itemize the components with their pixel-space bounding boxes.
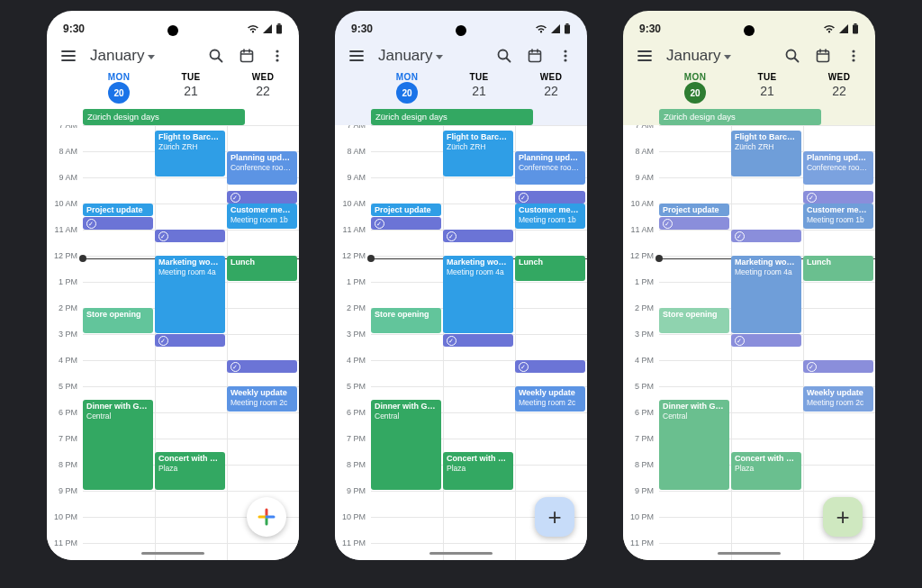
home-indicator xyxy=(429,552,493,555)
event-subtitle: Meeting room 2c xyxy=(807,398,870,408)
event-chip[interactable]: Dinner with GloriaCentral xyxy=(659,400,729,491)
event-chip[interactable]: Weekly updateMeeting room 2c xyxy=(227,386,297,412)
search-icon[interactable] xyxy=(207,47,225,65)
event-chip[interactable]: Flight to BarcelonaZürich ZRH xyxy=(155,131,225,176)
task-chip[interactable]: Finalize presentation xyxy=(659,217,729,230)
event-chip[interactable]: Marketing workshopMeeting room 4a xyxy=(731,256,801,333)
day-header[interactable]: Tue21 xyxy=(731,72,803,104)
event-chip[interactable]: Lunch xyxy=(227,256,297,281)
event-title: Project update xyxy=(86,205,149,215)
task-chip[interactable]: Finalize presentation xyxy=(371,217,441,230)
event-chip[interactable]: Customer meetingMeeting room 1b xyxy=(227,204,297,229)
day-header[interactable]: Mon20 xyxy=(371,72,443,104)
task-check-icon xyxy=(447,231,456,241)
more-icon[interactable] xyxy=(556,47,574,65)
month-picker[interactable]: January xyxy=(378,47,483,65)
day-header[interactable]: Wed22 xyxy=(227,72,299,104)
event-chip[interactable]: Concert with HelenaPlaza xyxy=(155,452,225,491)
create-event-button[interactable]: + xyxy=(535,497,574,537)
event-chip[interactable]: Concert with HelenaPlaza xyxy=(443,452,513,491)
event-chip[interactable]: Flight to BarcelonaZürich ZRH xyxy=(443,131,513,176)
task-chip[interactable]: Summarize findings xyxy=(227,191,297,204)
task-chip[interactable]: Prepare workshop xyxy=(731,230,801,242)
day-header[interactable]: Mon20 xyxy=(83,72,155,104)
today-icon[interactable] xyxy=(238,47,256,65)
event-chip[interactable]: Planning updateConference room 2c xyxy=(515,151,585,185)
menu-icon[interactable] xyxy=(636,47,654,65)
calendar-grid[interactable]: 7 AM8 AM9 AM10 AM11 AM12 PM1 PM2 PM3 PM4… xyxy=(335,125,587,560)
more-icon[interactable] xyxy=(845,47,863,65)
hour-label: 10 AM xyxy=(342,199,366,208)
task-chip[interactable]: Prepare workshop xyxy=(155,230,225,242)
event-chip[interactable]: Lunch xyxy=(515,256,585,281)
event-chip[interactable]: Dinner with GloriaCentral xyxy=(371,400,441,491)
task-chip[interactable]: Prepare workshop xyxy=(443,230,513,242)
search-icon[interactable] xyxy=(783,47,801,65)
create-event-button[interactable]: + xyxy=(823,497,863,537)
day-header[interactable]: Wed22 xyxy=(803,72,875,104)
event-chip[interactable]: Customer meetingMeeting room 1b xyxy=(515,204,585,229)
day-header[interactable]: Tue21 xyxy=(443,72,515,104)
task-chip[interactable]: Prepare designs xyxy=(803,360,873,373)
task-chip[interactable]: Update slide deck xyxy=(155,334,225,347)
day-header[interactable]: Mon20 xyxy=(659,72,731,104)
event-title: Dinner with Gloria xyxy=(375,402,438,412)
event-chip[interactable]: Lunch xyxy=(803,256,873,281)
menu-icon[interactable] xyxy=(59,47,77,65)
day-header[interactable]: Wed22 xyxy=(515,72,587,104)
today-icon[interactable] xyxy=(526,47,544,65)
event-chip[interactable]: Marketing workshopMeeting room 4a xyxy=(443,256,513,333)
hour-label: 5 PM xyxy=(59,382,77,391)
hour-label: 2 PM xyxy=(347,303,366,312)
event-title: Flight to Barcelona xyxy=(447,132,510,142)
event-chip[interactable]: Store opening xyxy=(371,308,441,333)
hour-label: 11 PM xyxy=(630,538,654,547)
task-chip[interactable]: Summarize findings xyxy=(803,191,873,204)
today-icon[interactable] xyxy=(814,47,832,65)
month-picker[interactable]: January xyxy=(666,47,771,65)
event-chip[interactable]: Customer meetingMeeting room 1b xyxy=(803,204,873,229)
month-picker[interactable]: January xyxy=(90,47,194,65)
hour-label: 7 AM xyxy=(347,125,366,130)
event-title: Prepare designs xyxy=(807,372,870,373)
event-subtitle: Zürich ZRH xyxy=(447,142,510,152)
task-chip[interactable]: Prepare designs xyxy=(515,360,585,373)
chevron-down-icon xyxy=(724,55,731,59)
task-check-icon xyxy=(807,362,817,372)
event-chip[interactable]: Store opening xyxy=(83,308,153,333)
day-number: 21 xyxy=(155,84,227,98)
event-chip[interactable]: Weekly updateMeeting room 2c xyxy=(515,386,585,412)
task-chip[interactable]: Finalize presentation xyxy=(83,217,153,230)
task-chip[interactable]: Summarize findings xyxy=(515,191,585,204)
event-chip[interactable]: Project update xyxy=(659,204,729,216)
event-chip[interactable]: Planning updateConference room 2c xyxy=(227,151,297,185)
event-chip[interactable]: Project update xyxy=(83,204,153,216)
hour-label: 7 AM xyxy=(59,125,77,130)
event-chip[interactable]: Project update xyxy=(371,204,441,216)
hour-label: 9 PM xyxy=(347,486,366,495)
hour-label: 2 PM xyxy=(59,303,77,312)
day-header[interactable]: Tue21 xyxy=(155,72,227,104)
task-chip[interactable]: Update slide deck xyxy=(443,334,513,347)
event-chip[interactable]: Weekly updateMeeting room 2c xyxy=(803,386,873,412)
task-check-icon xyxy=(447,336,456,346)
hour-label: 1 PM xyxy=(635,277,654,286)
task-chip[interactable]: Prepare designs xyxy=(227,360,297,373)
calendar-grid[interactable]: 7 AM8 AM9 AM10 AM11 AM12 PM1 PM2 PM3 PM4… xyxy=(47,125,299,560)
event-chip[interactable]: Concert with HelenaPlaza xyxy=(731,452,801,491)
task-check-icon xyxy=(735,336,745,346)
event-subtitle: Conference room 2c xyxy=(230,163,294,173)
task-check-icon xyxy=(158,231,168,241)
task-chip[interactable]: Update slide deck xyxy=(731,334,801,347)
event-chip[interactable]: Store opening xyxy=(659,308,729,333)
event-chip[interactable]: Dinner with GloriaCentral xyxy=(83,400,153,491)
menu-icon[interactable] xyxy=(348,47,366,65)
event-chip[interactable]: Planning updateConference room 2c xyxy=(803,151,873,185)
event-title: Prepare designs xyxy=(519,372,582,373)
event-chip[interactable]: Flight to BarcelonaZürich ZRH xyxy=(731,131,801,176)
search-icon[interactable] xyxy=(495,47,513,65)
event-chip[interactable]: Marketing workshopMeeting room 4a xyxy=(155,256,225,333)
create-event-button[interactable] xyxy=(247,497,286,537)
calendar-grid[interactable]: 7 AM8 AM9 AM10 AM11 AM12 PM1 PM2 PM3 PM4… xyxy=(623,125,875,560)
more-icon[interactable] xyxy=(268,47,286,65)
